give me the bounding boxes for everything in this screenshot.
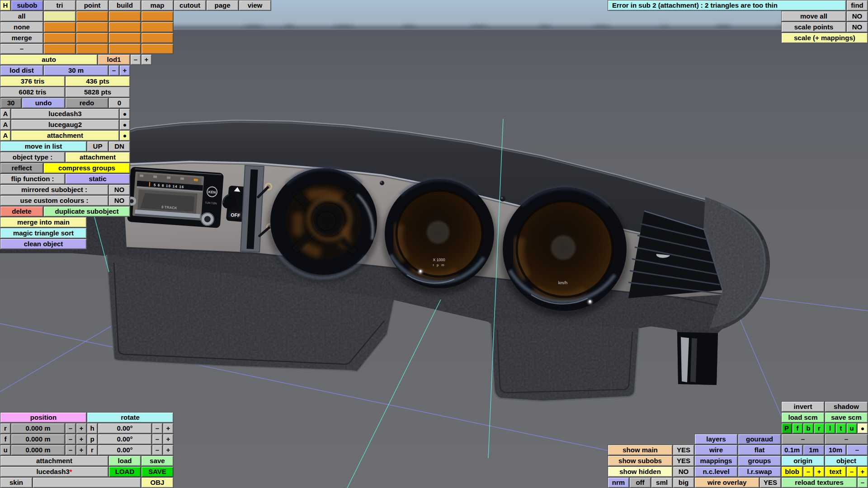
svg-text:OFF: OFF	[231, 212, 241, 218]
svg-text:r p m: r p m	[433, 263, 445, 267]
svg-text:KEN: KEN	[208, 190, 216, 194]
svg-text:km/h: km/h	[558, 280, 568, 285]
svg-text:X 1000: X 1000	[433, 258, 445, 262]
